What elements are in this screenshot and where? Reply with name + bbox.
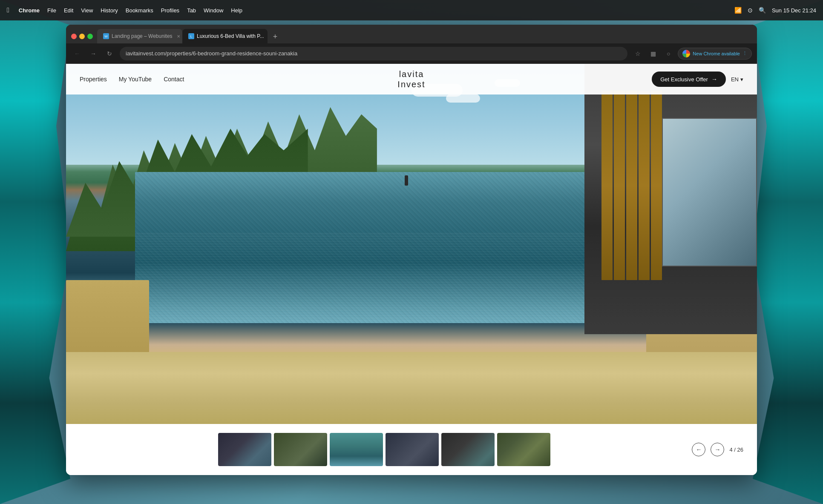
minimize-button[interactable] [79, 34, 85, 39]
close-button[interactable] [71, 34, 77, 39]
chrome-update-badge[interactable]: New Chrome available ⋮ [678, 48, 752, 60]
scene-walkway-left [66, 280, 149, 359]
thumbnail-6[interactable] [497, 433, 550, 466]
menubar-app-name[interactable]: Chrome [19, 7, 40, 14]
main-photo [66, 64, 757, 424]
pool-water-texture [135, 172, 653, 323]
gallery-main-image [66, 64, 757, 424]
gallery-counter: 4 / 26 [729, 447, 743, 453]
get-offer-arrow-icon: → [711, 76, 717, 83]
slat-4 [639, 91, 650, 280]
gallery-prev-icon: ← [696, 446, 702, 453]
decoration-wave-left [0, 0, 70, 504]
building-window [662, 118, 757, 266]
menubar-edit[interactable]: Edit [64, 7, 73, 14]
back-button[interactable]: ← [71, 48, 83, 60]
tab-close-2[interactable]: ✕ [267, 33, 268, 40]
address-bar: ← → ↻ ☆ ▦ ○ New Chrome available ⋮ [66, 43, 757, 64]
scene-deck [66, 352, 757, 424]
wifi-icon: 📶 [734, 7, 742, 14]
menubar-profiles[interactable]: Profiles [161, 7, 179, 14]
nav-link-youtube[interactable]: My YouTube [119, 76, 152, 83]
building-slats [601, 91, 662, 280]
menubar-view[interactable]: View [81, 7, 93, 14]
slat-3 [626, 91, 637, 280]
tab-landing-page[interactable]: W Landing page – Webunites ✕ [97, 29, 182, 43]
thumbnail-strip: ← → 4 / 26 [66, 424, 757, 475]
website-content: Properties My YouTube Contact lavita Inv… [66, 64, 757, 475]
thumbnail-5[interactable] [441, 433, 495, 466]
tab-label-2: Luxurious 6-Bed Villa with P... [197, 33, 264, 39]
nav-link-properties[interactable]: Properties [80, 76, 107, 83]
site-nav-right: Get Exclusive Offer → EN ▾ [652, 72, 743, 87]
chrome-update-label: New Chrome available [693, 51, 740, 56]
slat-2 [614, 91, 625, 280]
apple-logo-icon[interactable]:  [7, 6, 9, 14]
address-input[interactable] [120, 47, 627, 60]
maximize-button[interactable] [87, 34, 93, 39]
scene-building [584, 64, 757, 334]
tab-villa[interactable]: L Luxurious 6-Bed Villa with P... ✕ [182, 29, 268, 43]
menubar-window[interactable]: Window [204, 7, 223, 14]
slat-1 [601, 91, 613, 280]
logo-line1: lavita [397, 69, 425, 79]
search-icon[interactable]: 🔍 [759, 7, 766, 14]
nav-link-contact[interactable]: Contact [164, 76, 184, 83]
gallery-next-icon: → [714, 446, 720, 453]
menubar-file[interactable]: File [47, 7, 56, 14]
menubar-tab[interactable]: Tab [187, 7, 196, 14]
tab-bar: W Landing page – Webunites ✕ L Luxurious… [66, 25, 757, 43]
thumbnail-2[interactable] [274, 433, 327, 466]
thumbnail-1[interactable] [218, 433, 271, 466]
menubar-bookmarks[interactable]: Bookmarks [126, 7, 153, 14]
new-tab-button[interactable]: + [269, 32, 281, 43]
menubar-right: 📶 ⊙ 🔍 Sun 15 Dec 21:24 [734, 7, 816, 14]
gallery-next-button[interactable]: → [711, 443, 724, 456]
menubar-history[interactable]: History [101, 7, 118, 14]
thumbnail-4[interactable] [386, 433, 439, 466]
chrome-update-arrow: ⋮ [742, 51, 747, 56]
traffic-lights [71, 34, 93, 43]
bookmark-icon[interactable]: ☆ [632, 48, 644, 60]
thumbnail-container [80, 433, 688, 466]
site-logo: lavita Invest [397, 69, 425, 89]
language-label: EN [731, 76, 739, 83]
language-selector[interactable]: EN ▾ [731, 76, 743, 83]
tab-label-1: Landing page – Webunites [112, 33, 173, 39]
menubar-left:  Chrome File Edit View History Bookmark… [7, 6, 242, 14]
tab-close-1[interactable]: ✕ [175, 33, 182, 40]
thumbnail-3[interactable] [330, 433, 383, 466]
get-offer-label: Get Exclusive Offer [660, 76, 708, 83]
extensions-icon[interactable]: ▦ [647, 48, 659, 60]
site-navbar: Properties My YouTube Contact lavita Inv… [66, 64, 757, 94]
browser-window: W Landing page – Webunites ✕ L Luxurious… [66, 25, 757, 475]
tab-favicon-2: L [188, 33, 194, 39]
chrome-icon [682, 50, 690, 57]
gallery-navigation: ← → 4 / 26 [692, 443, 743, 456]
scene-pool [135, 172, 653, 323]
control-center-icon[interactable]: ⊙ [748, 7, 753, 14]
site-nav-left: Properties My YouTube Contact [80, 76, 184, 83]
pool-scene [66, 64, 757, 424]
logo-line2: Invest [397, 79, 425, 89]
address-bar-right: ☆ ▦ ○ New Chrome available ⋮ [632, 48, 752, 60]
decoration-wave-right [753, 0, 823, 504]
gallery-prev-button[interactable]: ← [692, 443, 705, 456]
forward-button[interactable]: → [87, 48, 99, 60]
menubar:  Chrome File Edit View History Bookmark… [0, 0, 823, 20]
menubar-help[interactable]: Help [231, 7, 242, 14]
cloud-2 [446, 94, 480, 103]
refresh-button[interactable]: ↻ [104, 48, 115, 60]
menubar-datetime: Sun 15 Dec 21:24 [772, 7, 816, 14]
person-silhouette [405, 175, 408, 186]
language-arrow-icon: ▾ [740, 76, 743, 83]
profile-icon[interactable]: ○ [662, 48, 674, 60]
slat-5 [651, 91, 662, 280]
get-exclusive-offer-button[interactable]: Get Exclusive Offer → [652, 72, 726, 87]
tab-favicon-1: W [103, 33, 109, 39]
